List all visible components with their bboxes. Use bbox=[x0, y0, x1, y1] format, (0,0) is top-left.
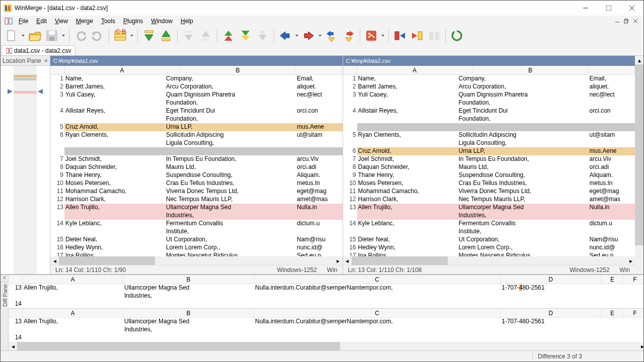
left-grid[interactable]: 1Name,Company,Email,2Barrett James,Arcu … bbox=[50, 75, 343, 256]
table-dropdown[interactable] bbox=[129, 28, 134, 44]
copy-left-advance-button[interactable] bbox=[341, 28, 357, 44]
diffpane-close-icon[interactable]: × bbox=[1, 275, 9, 282]
svg-rect-24 bbox=[145, 31, 153, 33]
next-diff-button[interactable] bbox=[141, 28, 157, 44]
right-eol: Win bbox=[614, 266, 635, 274]
menu-help[interactable]: Help bbox=[177, 16, 197, 26]
minimize-button[interactable] bbox=[574, 1, 597, 16]
col-header[interactable]: B bbox=[472, 66, 588, 74]
svg-marker-49 bbox=[412, 33, 417, 39]
svg-rect-54 bbox=[10, 48, 12, 53]
diff-col-header[interactable]: B bbox=[123, 275, 254, 284]
svg-marker-35 bbox=[242, 36, 250, 41]
toolbar: C B A bbox=[1, 27, 643, 45]
svg-rect-37 bbox=[261, 31, 265, 34]
prev-diff-file-button[interactable] bbox=[198, 28, 214, 44]
current-diff-button[interactable] bbox=[255, 28, 271, 44]
diff-col-header[interactable]: C bbox=[254, 309, 501, 317]
menu-tools[interactable]: Tools bbox=[97, 16, 119, 26]
document-tab[interactable]: data1.csv - data2.csv bbox=[2, 45, 75, 55]
right-path-header[interactable]: C:¥tmp¥data2.csv bbox=[343, 56, 635, 66]
all-left-button[interactable] bbox=[409, 28, 425, 44]
left-hscroll[interactable]: ◂▸ bbox=[50, 256, 343, 265]
location-pane[interactable] bbox=[1, 66, 50, 274]
svg-rect-7 bbox=[9, 18, 12, 24]
statusbar: Difference 3 of 3 bbox=[1, 350, 643, 361]
first-diff-button[interactable] bbox=[237, 28, 254, 44]
left-path-header[interactable]: C:¥tmp¥data1.csv bbox=[50, 56, 343, 66]
redo-button[interactable] bbox=[90, 28, 106, 44]
svg-rect-16 bbox=[49, 31, 55, 35]
copy-left-button[interactable] bbox=[300, 28, 316, 44]
diff-col-header[interactable]: A bbox=[23, 309, 123, 317]
svg-rect-0 bbox=[5, 6, 7, 11]
copy-left-dropdown[interactable] bbox=[317, 28, 323, 44]
diff-col-header[interactable]: F bbox=[624, 275, 644, 284]
menu-file[interactable]: File bbox=[15, 16, 32, 26]
options-dropdown[interactable] bbox=[380, 28, 385, 44]
location-pane-close-icon[interactable]: × bbox=[44, 57, 48, 64]
diff-col-header[interactable]: F bbox=[624, 309, 644, 317]
svg-marker-31 bbox=[202, 31, 210, 37]
open-button[interactable] bbox=[27, 28, 43, 44]
mdi-close-button[interactable] bbox=[631, 17, 639, 25]
right-hscroll[interactable]: ◂▸ bbox=[343, 256, 635, 265]
close-button[interactable] bbox=[620, 1, 643, 16]
svg-rect-3 bbox=[606, 6, 611, 11]
copy-right-dropdown[interactable] bbox=[294, 28, 299, 44]
menu-window[interactable]: Window bbox=[147, 16, 177, 26]
table-compare-button[interactable]: C B A bbox=[112, 28, 128, 44]
svg-marker-36 bbox=[259, 35, 267, 41]
right-grid[interactable]: 1Name,Company,Email,2Barrett James,Arcu … bbox=[343, 75, 635, 256]
copy-right-button[interactable] bbox=[277, 28, 293, 44]
diff-col-header[interactable]: C bbox=[254, 275, 501, 284]
diff-col-header[interactable]: E bbox=[601, 309, 624, 317]
col-header[interactable]: B bbox=[180, 66, 296, 74]
copy-right-advance-button[interactable] bbox=[324, 28, 340, 44]
diff-col-header[interactable]: E bbox=[601, 275, 624, 284]
svg-marker-27 bbox=[162, 31, 170, 37]
col-header[interactable]: A bbox=[357, 66, 473, 74]
svg-marker-25 bbox=[145, 35, 153, 41]
svg-rect-30 bbox=[202, 39, 210, 41]
svg-rect-48 bbox=[418, 32, 422, 40]
diff-col-header[interactable]: D bbox=[501, 309, 601, 317]
save-button[interactable] bbox=[44, 28, 60, 44]
svg-text:C B A: C B A bbox=[116, 29, 127, 35]
vertical-scrollbar[interactable]: ▴ bbox=[635, 56, 643, 274]
diff-col-header[interactable]: A bbox=[23, 275, 123, 284]
menu-merge[interactable]: Merge bbox=[72, 16, 97, 26]
diff-col-header[interactable]: B bbox=[123, 309, 254, 317]
left-cursor-pos: Ln: 14 Col: 1/110 Ch: 1/90 bbox=[50, 266, 131, 274]
new-dropdown[interactable] bbox=[21, 28, 26, 44]
svg-marker-33 bbox=[224, 36, 232, 41]
menu-plugins[interactable]: Plugins bbox=[119, 16, 147, 26]
maximize-button[interactable] bbox=[597, 1, 620, 16]
menu-view[interactable]: View bbox=[51, 16, 72, 26]
options-button[interactable] bbox=[363, 28, 379, 44]
col-header[interactable]: A bbox=[64, 66, 180, 74]
all-right-button[interactable] bbox=[392, 28, 408, 44]
svg-marker-56 bbox=[38, 89, 43, 94]
save-dropdown[interactable] bbox=[61, 28, 66, 44]
titlebar: WinMerge - [data1.csv - data2.csv] bbox=[1, 1, 643, 16]
diffpane-hscroll[interactable]: ◂▸ bbox=[9, 342, 644, 350]
swap-button[interactable] bbox=[426, 28, 442, 44]
diffpane-tab[interactable]: Diff Pane bbox=[1, 282, 9, 309]
prev-diff-button[interactable] bbox=[158, 28, 174, 44]
svg-marker-38 bbox=[280, 32, 289, 40]
svg-rect-46 bbox=[395, 32, 399, 40]
right-encoding: Windows-1252 bbox=[565, 266, 614, 274]
mdi-minimize-button[interactable] bbox=[613, 17, 621, 25]
mdi-restore-button[interactable] bbox=[622, 17, 630, 25]
next-diff-file-button[interactable] bbox=[181, 28, 197, 44]
svg-marker-41 bbox=[329, 38, 335, 42]
last-diff-button[interactable] bbox=[220, 28, 236, 44]
right-pane: C:¥tmp¥data2.csv AB 1Name,Company,Email,… bbox=[343, 56, 635, 274]
refresh-button[interactable] bbox=[449, 28, 465, 44]
menu-edit[interactable]: Edit bbox=[32, 16, 51, 26]
diff-col-header[interactable]: D bbox=[501, 275, 601, 284]
new-button[interactable] bbox=[4, 28, 20, 44]
undo-button[interactable] bbox=[72, 28, 89, 44]
svg-marker-43 bbox=[346, 38, 352, 42]
